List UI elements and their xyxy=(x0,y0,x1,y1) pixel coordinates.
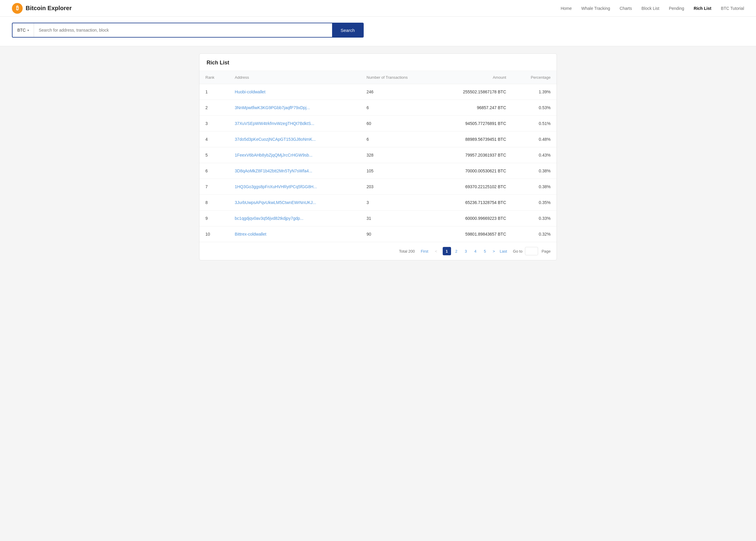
table-row: 1 Huobi-coldwallet 246 255502.15867178 B… xyxy=(199,84,557,100)
nav-link-charts[interactable]: Charts xyxy=(620,6,632,11)
cell-amount: 60000.99669223 BTC xyxy=(435,211,512,227)
cell-address[interactable]: 1HQ3Go3ggs8pFnXuHVHRytPCq5fGG8H... xyxy=(229,179,361,195)
cell-rank: 8 xyxy=(199,195,229,211)
main-content: Rich List Rank Address Number of Transac… xyxy=(187,46,569,268)
cell-percentage: 0.38% xyxy=(512,163,557,179)
cell-address[interactable]: 3NnMpwtfiwK3KG9PGbb7jaqfP79xDpj... xyxy=(229,100,361,116)
cell-percentage: 0.32% xyxy=(512,227,557,242)
cell-amount: 69370.22125102 BTC xyxy=(435,179,512,195)
table-row: 2 3NnMpwtfiwK3KG9PGbb7jaqfP79xDpj... 6 9… xyxy=(199,100,557,116)
rich-list-tbody: 1 Huobi-coldwallet 246 255502.15867178 B… xyxy=(199,84,557,242)
cell-percentage: 0.51% xyxy=(512,116,557,132)
col-percentage: Percentage xyxy=(512,71,557,84)
page-btn-5[interactable]: 5 xyxy=(481,247,489,255)
cell-amount: 79957.20361937 BTC xyxy=(435,147,512,163)
cell-address[interactable]: Bittrex-coldwallet xyxy=(229,227,361,242)
cell-rank: 4 xyxy=(199,132,229,147)
cell-amount: 255502.15867178 BTC xyxy=(435,84,512,100)
cell-percentage: 0.33% xyxy=(512,211,557,227)
table-row: 7 1HQ3Go3ggs8pFnXuHVHRytPCq5fGG8H... 203… xyxy=(199,179,557,195)
nav-link-home[interactable]: Home xyxy=(561,6,572,11)
col-address: Address xyxy=(229,71,361,84)
cell-transactions: 6 xyxy=(361,132,435,147)
col-amount: Amount xyxy=(435,71,512,84)
table-row: 9 bc1qgdjqv0av3q56jvd82tkdjpy7gdp... 31 … xyxy=(199,211,557,227)
col-rank: Rank xyxy=(199,71,229,84)
search-section: BTC ▾ Search xyxy=(0,17,756,46)
pagination-first[interactable]: First xyxy=(419,247,429,255)
goto-label: Go to xyxy=(513,249,523,254)
cell-amount: 65236.71328754 BTC xyxy=(435,195,512,211)
cell-amount: 96857.247 BTC xyxy=(435,100,512,116)
cell-rank: 2 xyxy=(199,100,229,116)
currency-selector[interactable]: BTC ▾ xyxy=(13,23,34,37)
cell-percentage: 0.43% xyxy=(512,147,557,163)
table-row: 4 37do5d3pKeCuozjNCApGT153GJ8oNmK... 6 8… xyxy=(199,132,557,147)
cell-address[interactable]: 1FeexV6bAHb8ybZjqQMjJrcCrHGW9sb... xyxy=(229,147,361,163)
pagination-prev[interactable]: < xyxy=(432,247,440,255)
table-row: 8 3JurbUwpsAPqvUkwLM5CtwnEWrNnUKJ... 3 6… xyxy=(199,195,557,211)
search-input[interactable] xyxy=(34,23,332,37)
cell-transactions: 60 xyxy=(361,116,435,132)
cell-amount: 59801.89843657 BTC xyxy=(435,227,512,242)
page-label: Page xyxy=(542,249,551,254)
cell-percentage: 0.38% xyxy=(512,179,557,195)
nav-link-rich-list[interactable]: Rich List xyxy=(694,6,711,11)
cell-transactions: 90 xyxy=(361,227,435,242)
cell-transactions: 31 xyxy=(361,211,435,227)
cell-transactions: 203 xyxy=(361,179,435,195)
cell-rank: 6 xyxy=(199,163,229,179)
cell-rank: 7 xyxy=(199,179,229,195)
cell-rank: 3 xyxy=(199,116,229,132)
rich-list-card: Rich List Rank Address Number of Transac… xyxy=(199,53,557,261)
cell-rank: 1 xyxy=(199,84,229,100)
card-header: Rich List xyxy=(199,54,557,71)
nav-link-pending[interactable]: Pending xyxy=(669,6,684,11)
search-button[interactable]: Search xyxy=(332,23,363,37)
pagination-next[interactable]: > xyxy=(492,247,496,255)
table-row: 10 Bittrex-coldwallet 90 59801.89843657 … xyxy=(199,227,557,242)
brand-title: Bitcoin Explorer xyxy=(26,5,72,12)
pagination-last[interactable]: Last xyxy=(498,247,508,255)
cell-rank: 5 xyxy=(199,147,229,163)
pagination-total: Total 200 xyxy=(399,249,415,254)
table-row: 5 1FeexV6bAHb8ybZjqQMjJrcCrHGW9sb... 328… xyxy=(199,147,557,163)
cell-address[interactable]: Huobi-coldwallet xyxy=(229,84,361,100)
cell-address[interactable]: 37XuVSEpWW4trkfmvWzegTHQt7BdktS... xyxy=(229,116,361,132)
page-btn-3[interactable]: 3 xyxy=(462,247,470,255)
table-row: 3 37XuVSEpWW4trkfmvWzegTHQt7BdktS... 60 … xyxy=(199,116,557,132)
navbar: ₿ Bitcoin Explorer HomeWhale TrackingCha… xyxy=(0,0,756,17)
cell-transactions: 3 xyxy=(361,195,435,211)
goto-input[interactable] xyxy=(525,247,538,255)
cell-rank: 10 xyxy=(199,227,229,242)
card-title: Rich List xyxy=(207,60,549,66)
pagination: Total 200 First < 12345 > Last Go to Pag… xyxy=(199,242,557,260)
page-btn-1[interactable]: 1 xyxy=(443,247,451,255)
cell-address[interactable]: bc1qgdjqv0av3q56jvd82tkdjpy7gdp... xyxy=(229,211,361,227)
cell-rank: 9 xyxy=(199,211,229,227)
cell-percentage: 0.48% xyxy=(512,132,557,147)
currency-label: BTC xyxy=(17,28,26,33)
page-numbers: 12345 xyxy=(443,247,489,255)
page-btn-2[interactable]: 2 xyxy=(452,247,461,255)
cell-percentage: 0.35% xyxy=(512,195,557,211)
cell-address[interactable]: 37do5d3pKeCuozjNCApGT153GJ8oNmK... xyxy=(229,132,361,147)
chevron-down-icon: ▾ xyxy=(27,29,29,32)
cell-percentage: 1.39% xyxy=(512,84,557,100)
nav-link-btc-tutorial[interactable]: BTC Tutorial xyxy=(721,6,744,11)
cell-amount: 94505.77276891 BTC xyxy=(435,116,512,132)
cell-amount: 70000.00530621 BTC xyxy=(435,163,512,179)
cell-amount: 88989.56739451 BTC xyxy=(435,132,512,147)
cell-transactions: 6 xyxy=(361,100,435,116)
col-transactions: Number of Transactions xyxy=(361,71,435,84)
cell-address[interactable]: 3D8qAoMkZ8F1b42btt2Mn5TyN7sWfa4... xyxy=(229,163,361,179)
nav-link-whale-tracking[interactable]: Whale Tracking xyxy=(581,6,610,11)
cell-address[interactable]: 3JurbUwpsAPqvUkwLM5CtwnEWrNnUKJ... xyxy=(229,195,361,211)
page-btn-4[interactable]: 4 xyxy=(471,247,480,255)
search-bar: BTC ▾ Search xyxy=(12,23,364,38)
btc-logo-icon: ₿ xyxy=(12,3,23,14)
brand-logo[interactable]: ₿ Bitcoin Explorer xyxy=(12,3,72,14)
cell-percentage: 0.53% xyxy=(512,100,557,116)
cell-transactions: 328 xyxy=(361,147,435,163)
nav-link-block-list[interactable]: Block List xyxy=(641,6,659,11)
